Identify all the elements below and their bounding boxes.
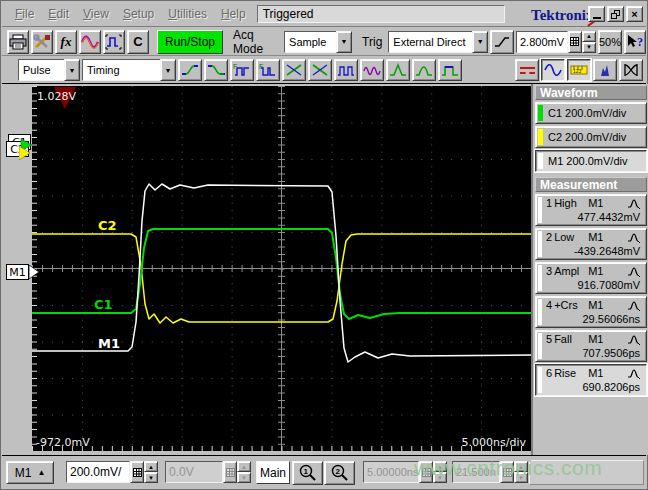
meas-name: +Crs [554, 299, 586, 311]
peak-settle-button[interactable] [412, 59, 436, 81]
meas-source: M1 [588, 367, 603, 379]
fall-time-button[interactable] [204, 59, 228, 81]
chevron-down-icon[interactable]: ▼ [336, 31, 352, 53]
spin-up-button[interactable]: ▲ [582, 31, 596, 42]
measurement-ampl-button[interactable]: 3AmplM1 916.7080mV [535, 262, 647, 294]
waveform-c1-label: C1 200.0mV/div [548, 107, 626, 119]
spin-down-button[interactable]: ▼ [144, 472, 158, 483]
pos-width-button[interactable]: F [230, 59, 254, 81]
eye-diagram-icon [622, 63, 640, 77]
period-button[interactable] [334, 59, 358, 81]
spin-up-button: ▲ [433, 461, 447, 472]
trigger-source-select[interactable]: External Direct ▼ [388, 31, 488, 53]
spin-up-button[interactable]: ▲ [144, 461, 158, 472]
trigger-slope-button[interactable] [490, 30, 514, 54]
measurement-rise-button[interactable]: 6RiseM1 690.8206ps [535, 364, 647, 396]
waveform-c2-button[interactable]: C2 200.0mV/div [535, 126, 647, 148]
histogram-icon [596, 63, 614, 77]
acq-mode-select[interactable]: Sample ▼ [284, 31, 352, 53]
chevron-up-icon: ▲ [37, 468, 45, 477]
neg-width-button[interactable]: F [256, 59, 280, 81]
measurement-high-button[interactable]: 1HighM1 477.4432mV [535, 194, 647, 226]
measurement-low-button[interactable]: 2LowM1 -439.2648mV [535, 228, 647, 260]
measurement-fall-button[interactable]: 5FallM1 707.9506ps [535, 330, 647, 362]
menu-bar: File Edit View Setup Utilities Help Trig… [2, 2, 646, 27]
falling-edge-icon [207, 63, 225, 77]
trigger-source-value: External Direct [388, 31, 472, 53]
menu-utilities[interactable]: Utilities [161, 5, 214, 23]
math-fx-button[interactable]: fx [55, 30, 77, 54]
chevron-down-icon[interactable]: ▼ [160, 59, 176, 81]
waveform-panel-header: Waveform [535, 85, 647, 100]
eye-diagram-button[interactable] [619, 59, 643, 81]
frequency-button[interactable] [360, 59, 384, 81]
waveform-c2-label: C2 200.0mV/div [548, 131, 626, 143]
context-help-button[interactable]: ? [624, 30, 646, 54]
meas-source: M1 [588, 197, 603, 209]
pulse-glyph-icon [627, 266, 641, 277]
c-button[interactable]: C [127, 30, 149, 54]
minimize-button[interactable] [588, 6, 605, 22]
svg-text:?: ? [637, 35, 643, 49]
measurement-pcrs-button[interactable]: 4+CrsM1 29.56066ns [535, 296, 647, 328]
pulse-train-icon [337, 63, 355, 77]
m1-vertical-marker[interactable]: M1 [6, 264, 29, 280]
close-button[interactable]: × [626, 6, 643, 22]
zoom-2-button[interactable]: 2 [324, 461, 355, 485]
flat-top-button[interactable] [438, 59, 462, 81]
meas-index: 6 [546, 367, 552, 379]
display-mode-group: 123 [515, 59, 643, 81]
magnifier-2-icon: 2 [330, 464, 350, 482]
keypad-icon [133, 468, 142, 477]
tools-button[interactable] [31, 30, 53, 54]
graticule-svg: C2C1M11.028V-972.0mV5.000ns/div [32, 86, 531, 451]
vertical-scale-value[interactable]: 200.0mV/ [66, 461, 130, 483]
restore-button[interactable] [607, 6, 624, 22]
c2-color-swatch [538, 129, 543, 145]
waveform-database-button[interactable] [79, 30, 101, 54]
tektronix-logo: Tektronix [531, 7, 594, 24]
chevron-down-icon[interactable]: ▼ [64, 59, 80, 81]
waveform-m1-button[interactable]: M1 200.0mV/div [535, 150, 647, 172]
rising-cross-icon [285, 63, 303, 77]
cursors-button[interactable] [515, 59, 539, 81]
chevron-down-icon[interactable]: ▼ [472, 31, 488, 53]
signal-type-select[interactable]: Pulse ▼ [18, 59, 80, 81]
peak-button[interactable] [386, 59, 410, 81]
menu-file[interactable]: File [8, 5, 41, 23]
vertical-scale-spinner[interactable]: 200.0mV/ ▲▼ [66, 461, 158, 483]
keypad-button[interactable] [130, 461, 144, 483]
ruler-readout-button[interactable]: 123 [567, 59, 591, 81]
window-buttons: × [588, 6, 643, 22]
horizontal-view-button[interactable]: Main [256, 461, 290, 484]
menu-help[interactable]: Help [214, 5, 253, 23]
svg-text:123: 123 [573, 68, 582, 74]
pulse-glyph-icon [627, 368, 641, 379]
menu-edit[interactable]: Edit [41, 5, 76, 23]
trigger-level-value[interactable]: 2.800mV [516, 31, 568, 53]
zoom-1-button[interactable]: 1 [292, 461, 323, 485]
measure-class-select[interactable]: Timing ▼ [82, 59, 176, 81]
waveform-c1-button[interactable]: C1 200.0mV/div [535, 102, 647, 124]
keypad-button[interactable] [568, 31, 582, 53]
pulse-capture-button[interactable] [103, 30, 125, 54]
neg-crossing-button[interactable] [308, 59, 332, 81]
pos-crossing-button[interactable] [282, 59, 306, 81]
menu-setup[interactable]: Setup [116, 5, 161, 23]
acq-mode-label: Acq Mode [225, 28, 282, 56]
channel-select-button[interactable]: M1 ▲ [6, 461, 54, 484]
display-zoom-button[interactable]: 50% [598, 30, 622, 54]
run-stop-button[interactable]: Run/Stop [157, 30, 223, 54]
keypad-icon [503, 468, 512, 477]
trigger-level-spinner[interactable]: 2.800mV ▲▼ [516, 31, 596, 53]
waveform-m1-label: M1 200.0mV/div [548, 155, 627, 167]
tools-icon [33, 34, 51, 50]
waveform-display-button[interactable] [541, 59, 565, 81]
spin-down-button[interactable]: ▼ [582, 42, 596, 53]
meas-index: 1 [546, 197, 552, 209]
rise-time-button[interactable] [178, 59, 202, 81]
meas-name: High [554, 197, 586, 209]
print-button[interactable] [7, 30, 29, 54]
menu-view[interactable]: View [76, 5, 116, 23]
histogram-button[interactable] [593, 59, 617, 81]
